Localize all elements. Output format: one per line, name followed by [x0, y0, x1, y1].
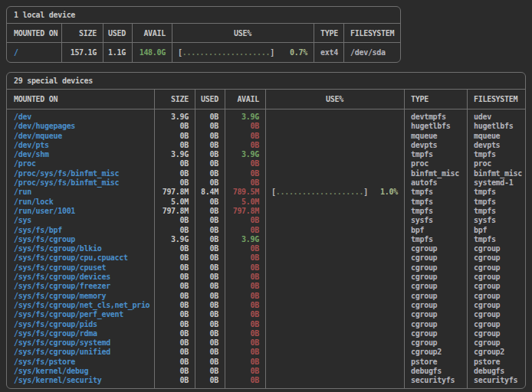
table-row: /sys 0B 0B 0B sysfs sysfs [7, 216, 525, 225]
cell-mounted-on: /sys/fs/cgroup/net_cls,net_prio [7, 301, 154, 310]
cell-use-percent [265, 273, 404, 282]
cell-filesystem: cgroup [467, 244, 525, 253]
cell-use-percent: [....................] 1.0% [265, 188, 404, 197]
table-row: /sys/fs/cgroup/blkio 0B 0B 0B cgroup cgr… [7, 244, 525, 253]
cell-size: 797.8M [154, 207, 195, 216]
table-row: /run/lock 5.0M 0B 5.0M tmpfs tmpfs [7, 198, 525, 207]
cell-avail: 0B [225, 169, 265, 178]
cell-avail: 0B [225, 122, 265, 131]
cell-filesystem: pstore [467, 358, 525, 367]
cell-avail: 0B [225, 310, 265, 319]
cell-avail: 0B [225, 216, 265, 225]
cell-type: cgroup [404, 292, 467, 301]
cell-size: 3.9G [154, 150, 195, 159]
cell-size: 0B [154, 132, 195, 141]
cell-used: 0B [195, 348, 225, 357]
cell-use-percent [265, 320, 404, 329]
cell-mounted-on: /run [7, 188, 154, 197]
cell-mounted-on: /sys/fs/cgroup/perf_event [7, 310, 154, 319]
table-row: /proc 0B 0B 0B proc proc [7, 159, 525, 168]
local-table-body: / 157.1G 1.1G 148.0G [..................… [7, 43, 400, 62]
table-row: /sys/fs/cgroup/cpu,cpuacct 0B 0B 0B cgro… [7, 253, 525, 263]
cell-size: 0B [154, 329, 195, 338]
cell-mounted-on: /sys/kernel/debug [7, 367, 154, 376]
table-row: /proc/sys/fs/binfmt_misc 0B 0B 0B binfmt… [7, 169, 525, 178]
cell-size: 0B [154, 159, 195, 168]
table-row: /sys/fs/cgroup/freezer 0B 0B 0B cgroup c… [7, 282, 525, 291]
cell-use-percent [265, 348, 404, 357]
cell-type: cgroup [404, 273, 467, 282]
cell-type: securityfs [404, 376, 467, 385]
cell-filesystem: cgroup [467, 253, 525, 263]
cell-filesystem: binfmt_misc [467, 169, 525, 178]
cell-filesystem: cgroup [467, 320, 525, 329]
cell-use-percent [265, 253, 404, 263]
cell-size: 0B [154, 282, 195, 291]
cell-size: 0B [154, 122, 195, 131]
cell-size: 0B [154, 320, 195, 329]
cell-used: 0B [195, 263, 225, 273]
cell-used: 0B [195, 113, 225, 122]
cell-used: 1.1G [103, 47, 132, 57]
cell-avail: 0B [225, 141, 265, 150]
column-divider [314, 24, 314, 62]
cell-filesystem: securityfs [467, 376, 525, 385]
cell-use-percent [265, 207, 404, 216]
cell-mounted-on: /sys/fs/cgroup/blkio [7, 244, 154, 253]
cell-size: 0B [154, 263, 195, 273]
local-table-grid: MOUNTED ON SIZE USED AVAIL USE% TYPE FIL… [7, 24, 400, 62]
column-divider [61, 24, 62, 62]
cell-mounted-on: /sys/fs/cgroup/cpu,cpuacct [7, 253, 154, 263]
cell-used: 0B [195, 226, 225, 235]
cell-use-percent: [....................] 0.7% [172, 47, 314, 57]
cell-used: 0B [195, 338, 225, 348]
cell-filesystem: debugfs [467, 367, 525, 376]
cell-filesystem: tmpfs [467, 207, 525, 216]
table-row: /dev 3.9G 0B 3.9G devtmpfs udev [7, 113, 525, 122]
cell-avail: 0B [225, 338, 265, 348]
cell-type: devpts [404, 141, 467, 150]
cell-mounted-on: /sys/fs/pstore [7, 358, 154, 367]
cell-use-percent [265, 310, 404, 319]
cell-type: debugfs [404, 367, 467, 376]
cell-filesystem: hugetlbfs [467, 122, 525, 131]
cell-filesystem: cgroup [467, 273, 525, 282]
table-row: /proc/sys/fs/binfmt_misc 0B 0B 0B autofs… [7, 178, 525, 188]
cell-mounted-on: /sys/fs/bpf [7, 226, 154, 235]
cell-size: 0B [154, 358, 195, 367]
cell-use-percent [265, 338, 404, 348]
cell-filesystem: cgroup [467, 310, 525, 319]
header-mounted-on: MOUNTED ON [7, 29, 61, 38]
column-divider [467, 90, 468, 388]
table-row: /dev/hugepages 0B 0B 0B hugetlbfs hugetl… [7, 122, 525, 131]
cell-avail: 3.9G [225, 150, 265, 159]
cell-avail: 0B [225, 282, 265, 291]
cell-used: 0B [195, 376, 225, 385]
cell-size: 157.1G [61, 47, 103, 57]
cell-mounted-on: /sys/fs/cgroup/pids [7, 320, 154, 329]
cell-used: 0B [195, 178, 225, 188]
table-row: /sys/fs/cgroup/perf_event 0B 0B 0B cgrou… [7, 310, 525, 319]
cell-use-percent [265, 329, 404, 338]
cell-mounted-on: /run/lock [7, 198, 154, 207]
cell-mounted-on: / [7, 47, 61, 57]
cell-mounted-on: /sys/fs/cgroup/freezer [7, 282, 154, 291]
cell-size: 0B [154, 292, 195, 301]
cell-type: binfmt_misc [404, 169, 467, 178]
cell-avail: 0B [225, 178, 265, 188]
cell-use-percent [265, 226, 404, 235]
cell-mounted-on: /proc [7, 159, 154, 168]
cell-used: 0B [195, 159, 225, 168]
table-row: /dev/mqueue 0B 0B 0B mqueue mqueue [7, 132, 525, 141]
header-type: TYPE [404, 95, 467, 103]
cell-filesystem: tmpfs [467, 198, 525, 207]
cell-used: 0B [195, 141, 225, 150]
header-filesystem: FILESYSTEM [343, 29, 400, 38]
header-used: USED [103, 29, 132, 38]
cell-avail: 0B [225, 301, 265, 310]
cell-size: 3.9G [154, 235, 195, 244]
local-table-header: MOUNTED ON SIZE USED AVAIL USE% TYPE FIL… [7, 24, 400, 43]
header-type: TYPE [314, 29, 343, 38]
cell-filesystem: cgroup [467, 329, 525, 338]
column-divider [103, 24, 103, 62]
